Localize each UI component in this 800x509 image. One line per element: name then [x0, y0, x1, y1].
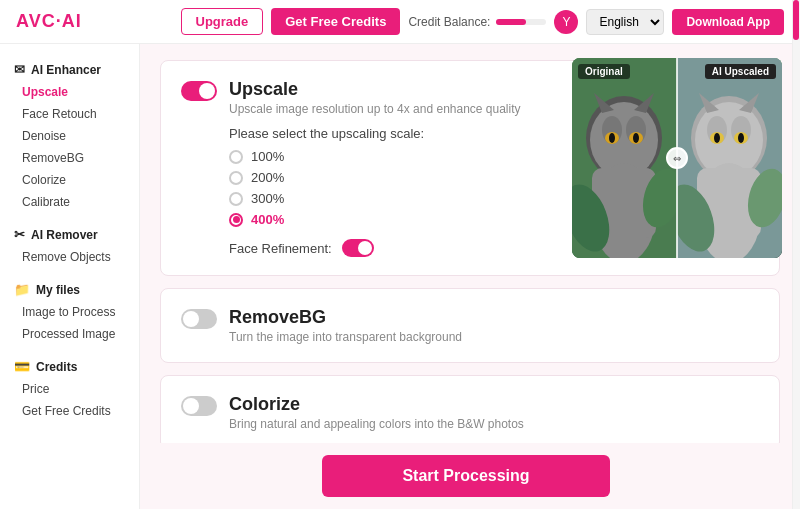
sidebar-item-price[interactable]: Price — [0, 378, 139, 400]
scale-200-label: 200% — [251, 170, 284, 185]
download-app-button[interactable]: Download App — [672, 9, 784, 35]
colorize-header: Colorize Bring natural and appealing col… — [181, 394, 759, 431]
removebg-toggle[interactable] — [181, 309, 217, 329]
face-refinement-knob — [358, 241, 372, 255]
sidebar-item-image-to-process[interactable]: Image to Process — [0, 301, 139, 323]
cat-ai-upscaled — [677, 58, 782, 258]
sidebar-section-ai-enhancer: ✉ AI Enhancer — [0, 56, 139, 81]
sidebar-item-denoise[interactable]: Denoise — [0, 125, 139, 147]
sidebar-section-my-files: 📁 My files — [0, 276, 139, 301]
removebg-card: RemoveBG Turn the image into transparent… — [160, 288, 780, 363]
svg-point-25 — [738, 133, 744, 143]
colorize-toggle-knob — [183, 398, 199, 414]
sidebar-item-upscale[interactable]: Upscale — [0, 81, 139, 103]
radio-200 — [229, 171, 243, 185]
upscale-title: Upscale — [229, 79, 521, 100]
topbar-right: Upgrade Get Free Credits Credit Balance:… — [181, 8, 784, 35]
logo-text: AVC·AI — [16, 11, 82, 31]
sidebar-item-processed-image[interactable]: Processed Image — [0, 323, 139, 345]
sidebar-section-ai-remover: ✂ AI Remover — [0, 221, 139, 246]
original-label: Original — [578, 64, 630, 79]
preview-handle[interactable]: ⇔ — [666, 147, 688, 169]
preview-wrap: ⇔ Original AI Upscaled — [572, 58, 782, 258]
my-files-icon: 📁 — [14, 282, 30, 297]
face-refinement-toggle[interactable] — [342, 239, 374, 257]
sidebar-item-colorize[interactable]: Colorize — [0, 169, 139, 191]
scale-300-label: 300% — [251, 191, 284, 206]
scale-400-label: 400% — [251, 212, 284, 227]
ai-remover-label: AI Remover — [31, 228, 98, 242]
ai-enhancer-icon: ✉ — [14, 62, 25, 77]
removebg-desc: Turn the image into transparent backgrou… — [229, 330, 462, 344]
sidebar-item-removebg[interactable]: RemoveBG — [0, 147, 139, 169]
svg-point-9 — [609, 133, 615, 143]
get-free-credits-button[interactable]: Get Free Credits — [271, 8, 400, 35]
cat-original-svg — [572, 58, 677, 258]
removebg-title: RemoveBG — [229, 307, 462, 328]
removebg-header: RemoveBG Turn the image into transparent… — [181, 307, 759, 344]
upscale-toggle-wrap[interactable] — [181, 81, 217, 105]
colorize-desc: Bring natural and appealing colors into … — [229, 417, 524, 431]
upscale-title-group: Upscale Upscale image resolution up to 4… — [229, 79, 521, 116]
radio-400 — [229, 213, 243, 227]
language-select[interactable]: English — [586, 9, 664, 35]
colorize-card: Colorize Bring natural and appealing col… — [160, 375, 780, 450]
svg-point-24 — [714, 133, 720, 143]
upgrade-button[interactable]: Upgrade — [181, 8, 264, 35]
user-avatar[interactable]: Y — [554, 10, 578, 34]
radio-100 — [229, 150, 243, 164]
ai-label: AI Upscaled — [705, 64, 776, 79]
sidebar-item-calibrate[interactable]: Calibrate — [0, 191, 139, 213]
face-refinement-label: Face Refinement: — [229, 241, 332, 256]
colorize-toggle-wrap[interactable] — [181, 396, 217, 420]
cat-ai-svg — [677, 58, 782, 258]
bottom-bar: Start Processing — [140, 443, 792, 509]
sidebar-item-face-retouch[interactable]: Face Retouch — [0, 103, 139, 125]
credits-label: Credits — [36, 360, 77, 374]
start-processing-button[interactable]: Start Processing — [322, 455, 609, 497]
my-files-label: My files — [36, 283, 80, 297]
topbar: AVC·AI Upgrade Get Free Credits Credit B… — [0, 0, 800, 44]
upscale-desc: Upscale image resolution up to 4x and en… — [229, 102, 521, 116]
content-area: Upscale Upscale image resolution up to 4… — [140, 44, 800, 509]
sidebar-item-get-free-credits[interactable]: Get Free Credits — [0, 400, 139, 422]
svg-point-10 — [633, 133, 639, 143]
user-initial: Y — [562, 15, 570, 29]
colorize-toggle[interactable] — [181, 396, 217, 416]
preview-image[interactable]: ⇔ Original AI Upscaled — [572, 58, 782, 258]
main-layout: ✉ AI Enhancer Upscale Face Retouch Denoi… — [0, 44, 800, 509]
removebg-toggle-wrap[interactable] — [181, 309, 217, 333]
colorize-title: Colorize — [229, 394, 524, 415]
sidebar-item-remove-objects[interactable]: Remove Objects — [0, 246, 139, 268]
app-logo: AVC·AI — [16, 11, 82, 32]
upscale-card: Upscale Upscale image resolution up to 4… — [160, 60, 780, 276]
radio-300 — [229, 192, 243, 206]
scroll-track — [792, 44, 800, 509]
sidebar-section-credits: 💳 Credits — [0, 353, 139, 378]
colorize-title-group: Colorize Bring natural and appealing col… — [229, 394, 524, 431]
credit-bar-fill — [496, 19, 526, 25]
ai-remover-icon: ✂ — [14, 227, 25, 242]
sidebar: ✉ AI Enhancer Upscale Face Retouch Denoi… — [0, 44, 140, 509]
scale-100-label: 100% — [251, 149, 284, 164]
credit-bar-bg — [496, 19, 546, 25]
removebg-title-group: RemoveBG Turn the image into transparent… — [229, 307, 462, 344]
upscale-toggle[interactable] — [181, 81, 217, 101]
credit-balance-label: Credit Balance: — [408, 15, 490, 29]
credits-icon: 💳 — [14, 359, 30, 374]
removebg-toggle-knob — [183, 311, 199, 327]
credit-balance: Credit Balance: — [408, 15, 546, 29]
ai-enhancer-label: AI Enhancer — [31, 63, 101, 77]
upscale-toggle-knob — [199, 83, 215, 99]
